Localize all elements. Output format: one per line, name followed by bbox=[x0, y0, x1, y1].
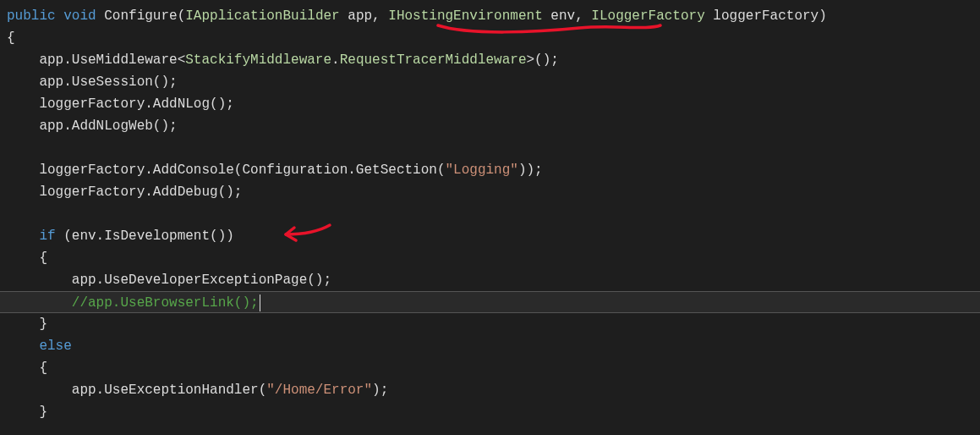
code-line[interactable]: { bbox=[7, 27, 980, 49]
type: IHostingEnvironment bbox=[388, 8, 542, 24]
code-line[interactable]: loggerFactory.AddNLog(); bbox=[7, 93, 980, 115]
code-line[interactable]: { bbox=[7, 247, 980, 269]
string-literal: "Logging" bbox=[445, 162, 517, 178]
code-line[interactable]: app.UseMiddleware<StackifyMiddleware.Req… bbox=[7, 49, 980, 71]
code-line[interactable] bbox=[7, 203, 980, 225]
code-line[interactable]: public void Configure(IApplicationBuilde… bbox=[7, 5, 980, 27]
type: ILoggerFactory bbox=[591, 8, 704, 24]
code-line[interactable]: app.UseExceptionHandler("/Home/Error"); bbox=[7, 379, 980, 401]
keyword: public bbox=[7, 8, 56, 24]
code-line[interactable] bbox=[7, 137, 980, 159]
code-line[interactable]: app.UseDeveloperExceptionPage(); bbox=[7, 269, 980, 291]
type: IApplicationBuilder bbox=[185, 8, 339, 24]
text-caret bbox=[260, 295, 260, 311]
code-line[interactable]: app.UseSession(); bbox=[7, 71, 980, 93]
code-line[interactable]: { bbox=[7, 357, 980, 379]
code-line[interactable]: app.AddNLogWeb(); bbox=[7, 115, 980, 137]
code-line-current[interactable]: //app.UseBrowserLink(); bbox=[0, 291, 980, 313]
string-literal: "/Home/Error" bbox=[266, 383, 372, 398]
comment: //app.UseBrowserLink(); bbox=[7, 295, 259, 311]
code-line[interactable]: loggerFactory.AddDebug(); bbox=[7, 181, 980, 203]
code-line[interactable]: loggerFactory.AddConsole(Configuration.G… bbox=[7, 159, 980, 181]
code-line[interactable]: else bbox=[7, 335, 980, 357]
code-line[interactable]: } bbox=[7, 401, 980, 423]
code-line[interactable]: if (env.IsDevelopment()) bbox=[7, 225, 980, 247]
keyword: void bbox=[63, 8, 96, 24]
code-editor[interactable]: public void Configure(IApplicationBuilde… bbox=[0, 0, 980, 423]
code-line[interactable]: } bbox=[7, 313, 980, 335]
